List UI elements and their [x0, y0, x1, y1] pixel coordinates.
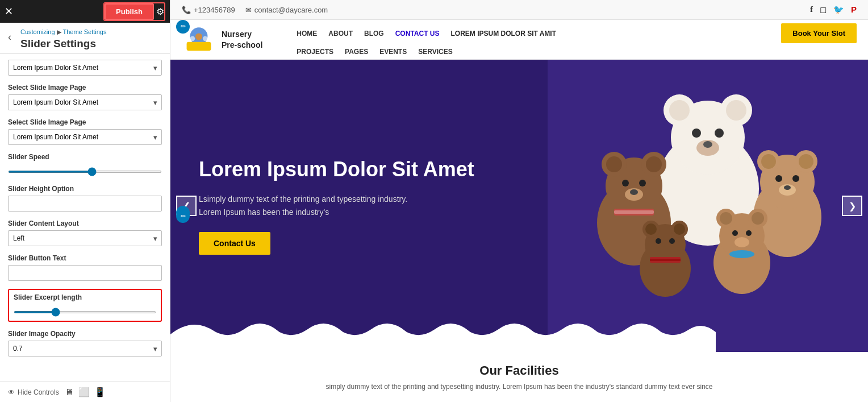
desktop-icon[interactable]: 🖥	[65, 387, 74, 397]
slider-excerpt-section: Slider Excerpt length	[8, 289, 162, 322]
slider-height-group: Slider Height Option 600	[8, 185, 162, 212]
slide-image-page-2-label: Select Slide Image Page	[8, 118, 162, 126]
slider-excerpt-input[interactable]	[14, 311, 156, 313]
svg-point-12	[692, 129, 701, 138]
publish-gear-wrap: Publish ⚙	[103, 2, 165, 21]
svg-rect-4	[195, 33, 202, 40]
instagram-icon[interactable]: ◻	[820, 5, 827, 15]
eye-icon: 👁	[8, 388, 15, 396]
svg-point-10	[669, 100, 690, 121]
facilities-title: Our Facilities	[182, 363, 857, 378]
svg-point-15	[703, 141, 712, 148]
first-select-group: Lorem Ipsum Dolor Sit Amet	[8, 60, 162, 76]
slider-opacity-group: Slider Image Opacity 0.7	[8, 330, 162, 357]
nav-about[interactable]: ABOUT	[328, 30, 353, 38]
publish-button[interactable]: Publish	[105, 3, 154, 20]
slider-content-layout-group: Slider Content Layout Left	[8, 219, 162, 246]
slide-image-page-1-label: Select Slide Image Page	[8, 84, 162, 92]
cloud-wave	[170, 307, 716, 352]
slider-content-layout-label: Slider Content Layout	[8, 219, 162, 227]
hero-edit-icon-2[interactable]: ✏	[176, 209, 190, 223]
facilities-sub: simply dummy text of the printing and ty…	[182, 383, 857, 391]
tablet-icon[interactable]: ⬜	[78, 387, 90, 397]
slide-image-page-1-wrap: Lorem Ipsum Dolor Sit Amet	[8, 94, 162, 110]
nav-services[interactable]: SERVICES	[418, 48, 452, 56]
twitter-icon[interactable]: 🐦	[833, 5, 844, 15]
svg-point-37	[784, 185, 791, 190]
slider-content-layout-select[interactable]: Left	[8, 230, 162, 246]
hero-section: ✏ ✏ Lorem Ipsum Dolor Sit Amet Lsimply d…	[170, 60, 868, 352]
hero-title: Lorem Ipsum Dolor Sit Amet	[199, 157, 519, 181]
slider-speed-input[interactable]	[8, 171, 162, 173]
svg-point-45	[746, 230, 752, 236]
email-icon: ✉	[245, 6, 252, 14]
close-button[interactable]: ✕	[5, 5, 13, 18]
logo-edit-icon[interactable]: ✏	[176, 20, 190, 34]
nav-events[interactable]: EVENTS	[379, 48, 407, 56]
device-icons: 🖥 ⬜ 📱	[65, 387, 106, 397]
book-slot-button[interactable]: Book Your Slot	[781, 23, 857, 43]
hero-text: Lsimply dummy text of the printing and t…	[199, 193, 519, 218]
nav-contact[interactable]: CONTACT US	[395, 30, 440, 38]
preview-panel: 📞 +123456789 ✉ contact@daycare.com f ◻ 🐦…	[170, 0, 868, 402]
slider-content-layout-wrap: Left	[8, 230, 162, 246]
breadcrumb-theme[interactable]: Theme Settings	[62, 28, 106, 35]
slider-excerpt-highlighted: Slider Excerpt length	[8, 289, 162, 322]
slider-button-text-label: Slider Button Text	[8, 254, 162, 262]
facilities-section: Our Facilities simply dummy text of the …	[170, 352, 868, 402]
gear-button[interactable]: ⚙	[156, 6, 164, 17]
panel-scroll[interactable]: Lorem Ipsum Dolor Sit Amet Select Slide …	[0, 54, 170, 382]
hero-contact-button[interactable]: Contact Us	[199, 232, 270, 255]
slider-height-input[interactable]: 600	[8, 196, 162, 212]
phone-icon: 📞	[182, 6, 191, 14]
customizer-panel: ✕ Publish ⚙ ‹ Customizing ▶ Theme Settin…	[0, 0, 170, 402]
slider-speed-container	[8, 164, 162, 177]
nav-pages[interactable]: PAGES	[345, 48, 368, 56]
email-info: ✉ contact@daycare.com	[245, 6, 328, 14]
logo-wrap: ✏ Nursery Pre-school	[182, 26, 285, 54]
svg-point-46	[735, 237, 749, 247]
svg-point-20	[606, 156, 622, 172]
svg-point-47	[729, 250, 754, 258]
svg-point-32	[761, 154, 776, 169]
hide-controls-button[interactable]: 👁 Hide Controls	[8, 388, 59, 396]
panel-title: Slider Settings	[20, 38, 162, 50]
first-select[interactable]: Lorem Ipsum Dolor Sit Amet	[8, 60, 162, 76]
nav-projects[interactable]: PROJECTS	[297, 48, 333, 56]
slider-button-text-group: Slider Button Text Contact Us	[8, 254, 162, 281]
slider-opacity-select[interactable]: 0.7	[8, 341, 162, 357]
logo-area: Nursery Pre-school	[182, 26, 262, 54]
slide-image-page-2-select[interactable]: Lorem Ipsum Dolor Sit Amet	[8, 129, 162, 145]
facebook-icon[interactable]: f	[810, 5, 813, 15]
site-topbar-left: 📞 +123456789 ✉ contact@daycare.com	[182, 6, 328, 14]
svg-point-21	[646, 156, 662, 172]
social-icons: f ◻ 🐦 P	[810, 5, 857, 15]
slider-speed-group: Slider Speed	[8, 153, 162, 177]
svg-point-43	[752, 212, 764, 225]
svg-point-52	[645, 223, 657, 235]
slider-height-label: Slider Height Option	[8, 185, 162, 193]
site-navbar: ✏ Nursery Pre-school HOME ABOUT	[170, 20, 868, 60]
slide-image-page-2-group: Select Slide Image Page Lorem Ipsum Dolo…	[8, 118, 162, 145]
slide-image-page-1-select[interactable]: Lorem Ipsum Dolor Sit Amet	[8, 94, 162, 110]
mobile-icon[interactable]: 📱	[94, 387, 106, 397]
svg-point-33	[799, 154, 813, 169]
breadcrumb-customizing[interactable]: Customizing	[20, 28, 55, 35]
svg-point-42	[720, 212, 732, 225]
nav-lorem[interactable]: LOREM IPSUM DOLOR SIT AMIT	[450, 30, 556, 38]
svg-point-22	[622, 180, 629, 187]
slider-button-text-input[interactable]: Contact Us	[8, 265, 162, 281]
svg-point-44	[732, 230, 738, 236]
svg-rect-27	[614, 210, 654, 214]
site-topbar: 📞 +123456789 ✉ contact@daycare.com f ◻ 🐦…	[170, 0, 868, 20]
svg-point-3	[203, 36, 208, 41]
nav-blog[interactable]: BLOG	[364, 30, 384, 38]
back-button[interactable]: ‹	[8, 31, 11, 43]
nav-home[interactable]: HOME	[297, 30, 317, 38]
slider-speed-label: Slider Speed	[8, 153, 162, 161]
svg-point-13	[715, 129, 724, 138]
logo-text: Nursery Pre-school	[222, 29, 262, 49]
pinterest-icon[interactable]: P	[851, 5, 857, 15]
slider-next-button[interactable]: ❯	[842, 196, 862, 216]
slider-excerpt-label: Slider Excerpt length	[14, 293, 156, 301]
